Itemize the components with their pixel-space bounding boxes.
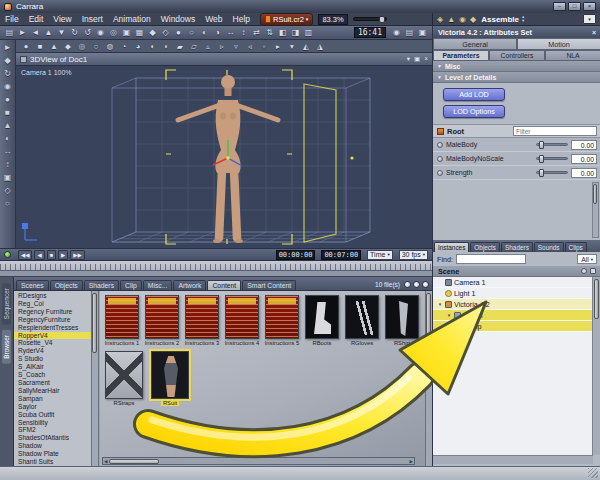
scope-select[interactable]: All▾ (577, 254, 597, 264)
tool-icon[interactable]: ↔ (4, 147, 12, 156)
tool-icon[interactable]: ◉ (390, 28, 403, 37)
tool-icon[interactable]: ◆ (146, 28, 159, 37)
tool-icon[interactable]: ◉ (4, 82, 11, 91)
menu-item[interactable]: Help (228, 14, 255, 24)
scene-tree-item[interactable]: Camera 1 (433, 277, 593, 288)
tool-icon[interactable]: ▲ (42, 28, 55, 37)
folder-item[interactable]: Shanti Suits (14, 458, 91, 466)
folder-item[interactable]: S_Coach (14, 371, 91, 379)
thumbnail-image[interactable] (185, 295, 219, 339)
collapse-icon[interactable]: ▼ (437, 74, 442, 80)
tool-icon[interactable]: ▾ (285, 42, 299, 51)
scroll-left-icon[interactable]: ◀ (104, 459, 107, 464)
expander-icon[interactable]: ▸ (455, 323, 461, 329)
tool-icon[interactable]: ▥ (302, 28, 315, 37)
tool-icon[interactable]: ◇ (4, 186, 10, 195)
room-icon[interactable]: ◆ (470, 15, 476, 24)
viewport-header-icon[interactable]: ▾ (407, 55, 410, 63)
section-misc[interactable]: ▼ Misc (433, 61, 600, 72)
folder-item[interactable]: Shadow Plate (14, 450, 91, 458)
tool-icon[interactable]: ◖ (145, 42, 159, 51)
content-thumbnail[interactable]: RStraps (104, 351, 144, 406)
tool-icon[interactable]: ▰ (173, 42, 187, 51)
scene-h-scrollbar[interactable] (433, 455, 593, 464)
browser-tab[interactable]: Misc... (143, 280, 173, 290)
tool-icon[interactable]: ▵ (201, 42, 215, 51)
thumbnail-image[interactable] (145, 295, 179, 339)
browser-tab[interactable]: Shaders (84, 280, 119, 290)
tool-icon[interactable]: ◎ (75, 42, 89, 51)
tool-icon[interactable]: ↕ (237, 28, 250, 37)
slider-handle[interactable] (379, 16, 385, 23)
tool-icon[interactable]: ◭ (299, 42, 313, 51)
content-thumbnail[interactable]: Instructions 4 (224, 295, 260, 346)
scene-tree-item[interactable]: Light 1 (433, 288, 593, 299)
tool-icon[interactable]: ◦ (257, 42, 271, 51)
folder-item[interactable]: Sensibility (14, 419, 91, 427)
folder-item[interactable]: Sacrament (14, 379, 91, 387)
tool-icon[interactable]: ⇄ (250, 28, 263, 37)
tool-icon[interactable]: ◑ (211, 28, 224, 37)
tool-icon[interactable]: ► (16, 28, 29, 37)
browser-tab[interactable]: Smart Content (242, 280, 296, 290)
attributes-scrollbar[interactable] (592, 182, 599, 238)
attributes-tab[interactable]: Motion (517, 38, 600, 50)
tool-icon[interactable]: ◉ (94, 28, 107, 37)
folder-item[interactable]: Shadow (14, 442, 91, 450)
browser-tab[interactable]: Scenes (16, 280, 49, 290)
thumbnail-image[interactable] (151, 351, 189, 399)
thumbnail-image[interactable] (305, 295, 339, 339)
tool-icon[interactable]: ▣ (120, 28, 133, 37)
time-mode-select[interactable]: Time▾ (367, 250, 393, 260)
tool-icon[interactable]: ◆ (4, 56, 10, 65)
folder-item[interactable]: ResplendentTresses (14, 324, 91, 332)
tool-icon[interactable]: ↻ (68, 28, 81, 37)
slider-handle[interactable] (539, 141, 544, 149)
browser-tab[interactable]: Artwork (173, 280, 206, 290)
scene-panel-tab[interactable]: Objects (470, 242, 500, 252)
tool-icon[interactable]: ◗ (159, 42, 173, 51)
tool-icon[interactable]: ◍ (103, 42, 117, 51)
browser-tab[interactable]: Objects (50, 280, 83, 290)
motion-subtab[interactable]: Controllers (489, 50, 545, 61)
folder-item[interactable]: Regency Furniture (14, 308, 91, 316)
transport-button[interactable]: ◀◀ (18, 250, 32, 260)
tool-icon[interactable]: ◎ (107, 28, 120, 37)
folder-item[interactable]: RyderV4 (14, 347, 91, 355)
scrollbar-thumb[interactable] (594, 279, 599, 319)
tool-icon[interactable]: ► (4, 43, 12, 52)
memory-slider[interactable] (353, 17, 387, 21)
scene-scrollbar[interactable] (592, 277, 600, 455)
loaded-file-chip[interactable]: RSuit.cr2 ▾ (260, 13, 313, 26)
scene-tree-item[interactable]: ▸ hip (433, 321, 593, 332)
find-input[interactable] (456, 254, 526, 264)
transport-button[interactable]: ▶ (58, 250, 68, 260)
room-icon[interactable]: ◈ (437, 15, 443, 24)
transport-button[interactable]: ◀ (34, 250, 44, 260)
parameter-value[interactable]: 0.00 (571, 154, 597, 164)
content-thumbnail[interactable]: Instructions 3 (184, 295, 220, 346)
fps-select[interactable]: 30 fps▾ (399, 250, 428, 260)
lock-icon[interactable] (590, 268, 596, 274)
folder-item[interactable]: RegencyFurniture (14, 316, 91, 324)
expander-icon[interactable]: ▾ (437, 301, 443, 307)
tool-icon[interactable]: ▤ (403, 28, 416, 37)
browser-tab[interactable]: Clip (120, 280, 142, 290)
tool-icon[interactable]: ● (19, 42, 33, 51)
folder-item[interactable]: Sampan (14, 395, 91, 403)
tool-icon[interactable]: ◇ (159, 28, 172, 37)
folder-item[interactable]: Reg_Col (14, 300, 91, 308)
scrollbar-thumb[interactable] (426, 293, 431, 343)
content-thumbnail[interactable]: RBoots (304, 295, 340, 346)
tool-icon[interactable]: ○ (89, 42, 103, 51)
tool-icon[interactable]: ◐ (198, 28, 211, 37)
tool-icon[interactable]: ● (5, 95, 10, 104)
menu-item[interactable]: View (48, 14, 76, 24)
scene-panel-tab[interactable]: Instances (434, 242, 469, 252)
room-icon[interactable]: ▲ (447, 15, 455, 24)
tool-icon[interactable]: ◧ (276, 28, 289, 37)
tool-icon[interactable]: ■ (33, 42, 47, 51)
tool-icon[interactable]: ◨ (289, 28, 302, 37)
close-button[interactable]: × (583, 2, 596, 11)
expander-icon[interactable]: ▾ (446, 312, 452, 318)
